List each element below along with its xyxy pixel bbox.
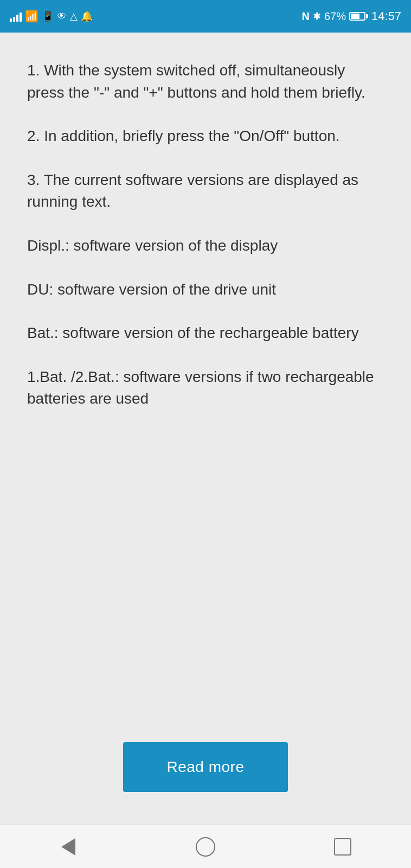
recents-button[interactable] xyxy=(329,833,356,860)
instruction-step-3: 3. The current software versions are dis… xyxy=(27,169,384,213)
recents-icon xyxy=(334,838,351,856)
status-bar: 📶 📱 👁 △ 🔔 N ✱ 67% 14:57 xyxy=(0,0,411,33)
battery-percent: 67% xyxy=(324,10,346,23)
battery-icon xyxy=(349,12,368,21)
back-button[interactable] xyxy=(55,833,82,860)
warning-icon: △ xyxy=(70,10,78,22)
bluetooth-icon: ✱ xyxy=(313,10,321,22)
du-info: DU: software version of the drive unit xyxy=(27,279,384,301)
instruction-step-1: 1. With the system switched off, simulta… xyxy=(27,60,384,104)
read-more-container: Read more xyxy=(27,726,384,803)
nav-bar xyxy=(0,825,411,868)
nfc-icon: N xyxy=(301,10,309,23)
instructions-text: 1. With the system switched off, simulta… xyxy=(27,60,384,726)
sim-icon: 📱 xyxy=(42,10,54,22)
back-icon xyxy=(61,838,75,856)
dual-bat-info: 1.Bat. /2.Bat.: software versions if two… xyxy=(27,366,384,410)
signal-strength-icon xyxy=(10,11,22,22)
status-right-icons: N ✱ 67% 14:57 xyxy=(301,9,401,23)
read-more-button[interactable]: Read more xyxy=(123,742,287,792)
instruction-step-2: 2. In addition, briefly press the "On/Of… xyxy=(27,125,384,148)
wifi-icon: 📶 xyxy=(25,10,38,23)
eye-icon: 👁 xyxy=(57,11,67,22)
home-button[interactable] xyxy=(192,833,219,860)
home-icon xyxy=(196,837,215,857)
status-left-icons: 📶 📱 👁 △ 🔔 xyxy=(10,10,93,23)
clock: 14:57 xyxy=(371,9,401,23)
main-content: 1. With the system switched off, simulta… xyxy=(0,33,411,825)
bat-info: Bat.: software version of the rechargeab… xyxy=(27,322,384,344)
displ-info: Displ.: software version of the display xyxy=(27,235,384,257)
notification-icon: 🔔 xyxy=(81,10,93,22)
